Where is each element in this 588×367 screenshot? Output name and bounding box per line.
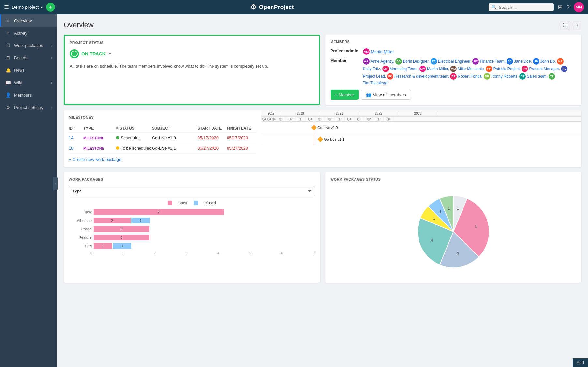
member-avatar: MT [382, 66, 389, 72]
project-status-card: PROJECT STATUS ON TRACK ▼ All tasks are … [64, 35, 320, 105]
member-name[interactable]: Research & development team, [394, 74, 449, 79]
sidebar-item-activity[interactable]: ≡ Activity [0, 27, 57, 39]
page-title: Overview [64, 21, 94, 29]
search-icon: 🔍 [491, 5, 497, 10]
bar-label: Feature [72, 236, 92, 239]
add-widget-header-button[interactable]: + [573, 21, 581, 29]
sidebar-item-label: Members [14, 93, 52, 98]
member-name[interactable]: Product Manager, [529, 67, 560, 71]
member-name[interactable]: Patricia Project, [493, 67, 521, 71]
member-avatar: DD [395, 58, 402, 65]
milestone-status: Scheduled [116, 135, 152, 140]
add-widget-button[interactable]: Add [573, 358, 588, 367]
add-project-button[interactable]: + [46, 3, 55, 12]
sidebar-item-work-packages[interactable]: ☑ Work packages › [0, 39, 57, 52]
wp-type-dropdown[interactable]: Type Status Priority [69, 186, 315, 196]
sidebar-item-boards[interactable]: ⊞ Boards › [0, 52, 57, 64]
admin-name-link[interactable]: Martin Miller [371, 49, 394, 54]
project-admin-value: MM Martin Miller [363, 48, 394, 55]
overview-icon: ○ [6, 18, 11, 23]
open-bar: 1 [94, 243, 112, 249]
sidebar-item-label: Wiki [14, 80, 48, 85]
bar-row: Phase3 [72, 226, 312, 232]
status-chevron-icon: ▼ [108, 52, 112, 56]
col-header-finish: FINISH DATE [227, 126, 256, 130]
milestone-id[interactable]: 18 [69, 146, 83, 151]
milestone-id[interactable]: 14 [69, 135, 83, 140]
member-avatar: MM [450, 66, 457, 72]
milestone-finish: 05/27/2020 [227, 146, 256, 151]
milestone-start: 05/17/2020 [198, 135, 227, 140]
bar-label: Bug [72, 244, 92, 248]
member-avatar: RR [484, 73, 490, 80]
wp-section: WORK PACKAGES Type Status Priority open … [64, 172, 581, 283]
member-name[interactable]: Kelly Fritz, [363, 67, 381, 71]
admin-avatar: MM [363, 48, 370, 55]
pie-chart: 1534111 [408, 189, 499, 274]
members-row: Member AAAnne Agency,DDDoris Designer,EE… [331, 58, 577, 85]
chart-legend: open closed [69, 201, 315, 205]
member-name[interactable]: Doris Designer, [403, 59, 430, 64]
hamburger-icon[interactable]: ☰ [4, 4, 9, 11]
create-work-package-link[interactable]: + Create new work package [69, 157, 122, 162]
member-avatar: PP [486, 66, 492, 72]
member-name[interactable]: Project Lead, [363, 74, 386, 79]
milestone-subject: Go-Live v1.0 [152, 135, 198, 140]
member-avatar: AA [363, 58, 370, 65]
project-chevron-icon: ▼ [40, 6, 43, 9]
milestone-row: 14 MILESTONE Scheduled Go-Live v1.0 05/1… [69, 133, 256, 143]
project-selector[interactable]: Demo project ▼ [12, 5, 43, 10]
member-name[interactable]: Marketing Team, [390, 67, 419, 71]
member-name[interactable]: Tim Teamlead [363, 81, 388, 85]
member-label: Member [331, 58, 360, 63]
bar-label: Phase [72, 227, 92, 231]
search-input[interactable] [499, 5, 551, 10]
sidebar-item-label: News [14, 68, 52, 73]
col-header-id: ID ↑ [69, 126, 83, 130]
sidebar-item-label: Boards [14, 55, 48, 60]
view-all-members-button[interactable]: 👥 View all members [361, 90, 411, 100]
main-content: Overview ⛶ + PROJECT STATUS ON TRACK ▼ A… [57, 14, 588, 367]
sidebar-item-project-settings[interactable]: ⚙ Project settings › [0, 101, 57, 114]
sidebar-item-label: Overview [14, 18, 52, 23]
member-name[interactable]: Mike Mechanic, [458, 67, 485, 71]
fullscreen-button[interactable]: ⛶ [560, 21, 570, 29]
member-name[interactable]: Ronny Roberts, [491, 74, 518, 79]
member-name[interactable]: Sales team, [527, 74, 547, 79]
pie-chart-container: 1534111 [331, 186, 577, 277]
member-name[interactable]: Robert Fonda, [458, 74, 483, 79]
sidebar-collapse-button[interactable]: ‹ [53, 177, 57, 190]
milestones-table-header: ID ↑ TYPE ≡ STATUS SUBJECT START DATE FI… [69, 124, 256, 133]
member-name[interactable]: Martin Miller, [427, 67, 449, 71]
member-name[interactable]: Electrical Engineer, [438, 59, 472, 64]
member-name[interactable]: John Do, [540, 59, 556, 64]
members-icon: 👤 [6, 92, 11, 98]
bars: 3 [94, 226, 312, 232]
member-name[interactable]: Anne Agency, [371, 59, 394, 64]
member-name[interactable]: Jane Doe, [514, 59, 532, 64]
sidebar-item-wiki[interactable]: 📖 Wiki › [0, 76, 57, 89]
bar-row: Feature3 [72, 235, 312, 240]
pie-label: 5 [475, 224, 478, 229]
bars: 11 [94, 243, 312, 249]
search-box[interactable]: 🔍 [489, 3, 554, 11]
news-icon: 🔔 [6, 68, 11, 73]
x-axis: 01234567 [90, 252, 315, 255]
milestones-gantt-section: 2019 2020 2021 2022 2023 Q4 Q4 Q4 Q1 Q2 [261, 110, 581, 167]
page-header: Overview ⛶ + [64, 21, 581, 29]
member-name[interactable]: Finance Team, [480, 59, 506, 64]
milestones-table-section: MILESTONES ID ↑ TYPE ≡ STATUS SUBJECT ST… [64, 110, 261, 167]
sidebar-item-label: Work packages [14, 43, 48, 48]
sidebar-item-news[interactable]: 🔔 News [0, 64, 57, 76]
help-icon[interactable]: ? [566, 4, 570, 11]
sidebar-item-overview[interactable]: ○ Overview [0, 14, 57, 27]
col-header-start: START DATE [198, 126, 227, 130]
add-member-button[interactable]: + Member [331, 90, 359, 100]
col-header-status: ≡ STATUS [116, 126, 152, 130]
sidebar-item-members[interactable]: 👤 Members [0, 89, 57, 101]
project-status-section-label: PROJECT STATUS [70, 41, 314, 45]
member-avatar: EE [431, 58, 437, 65]
bar-label: Task [72, 210, 92, 214]
avatar[interactable]: MM [574, 2, 584, 12]
grid-icon[interactable]: ⊞ [558, 4, 563, 11]
